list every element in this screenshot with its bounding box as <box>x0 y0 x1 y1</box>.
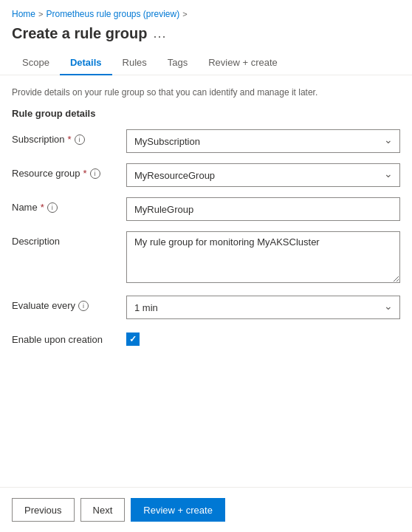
enable-creation-label: Enable upon creation <box>12 330 126 345</box>
name-label: Name * i <box>12 197 126 213</box>
resource-group-label: Resource group * i <box>12 163 126 179</box>
footer: Previous Next Review + create <box>0 487 412 532</box>
subscription-row: Subscription * i MySubscription <box>12 129 400 153</box>
subscription-select[interactable]: MySubscription <box>126 129 400 153</box>
name-info-icon[interactable]: i <box>47 202 58 213</box>
page-title-row: Create a rule group ... <box>0 22 412 51</box>
section-title: Rule group details <box>12 108 400 119</box>
name-input[interactable] <box>126 197 400 221</box>
breadcrumb-sep1: > <box>38 10 43 18</box>
evaluate-every-select-wrapper: 1 min5 min10 min15 min30 min1 hour <box>126 296 400 319</box>
tab-tags[interactable]: Tags <box>157 51 198 75</box>
tab-review-create[interactable]: Review + create <box>198 51 288 75</box>
breadcrumb-home[interactable]: Home <box>12 9 35 19</box>
subscription-control: MySubscription <box>126 129 400 153</box>
subscription-required: * <box>68 134 72 145</box>
description-textarea[interactable]: My rule group for monitoring MyAKSCluste… <box>126 231 400 283</box>
evaluate-every-row: Evaluate every i 1 min5 min10 min15 min3… <box>12 296 400 319</box>
resource-group-select-wrapper: MyResourceGroup <box>126 163 400 187</box>
subscription-info-icon[interactable]: i <box>75 134 85 145</box>
resource-group-control: MyResourceGroup <box>126 163 400 187</box>
evaluate-every-control: 1 min5 min10 min15 min30 min1 hour <box>126 296 400 319</box>
tab-details[interactable]: Details <box>60 51 112 75</box>
tab-rules[interactable]: Rules <box>112 51 157 75</box>
subscription-label: Subscription * i <box>12 129 126 145</box>
next-button[interactable]: Next <box>80 498 126 522</box>
resource-group-info-icon[interactable]: i <box>90 168 100 179</box>
tab-scope[interactable]: Scope <box>12 51 60 75</box>
subscription-select-wrapper: MySubscription <box>126 129 400 153</box>
main-content: Provide details on your rule group so th… <box>0 75 412 368</box>
name-row: Name * i <box>12 197 400 221</box>
page-title: Create a rule group <box>12 25 147 42</box>
description-row: Description My rule group for monitoring… <box>12 231 400 285</box>
description-control: My rule group for monitoring MyAKSCluste… <box>126 231 400 285</box>
review-create-button[interactable]: Review + create <box>131 498 225 522</box>
breadcrumb-sep2: > <box>182 10 187 18</box>
description-label: Description <box>12 231 126 247</box>
name-required: * <box>41 202 44 213</box>
info-text: Provide details on your rule group so th… <box>12 87 400 98</box>
breadcrumb-parent[interactable]: Prometheus rule groups (preview) <box>46 9 179 19</box>
evaluate-every-info-icon[interactable]: i <box>78 301 89 311</box>
evaluate-every-label: Evaluate every i <box>12 296 126 311</box>
more-options-icon[interactable]: ... <box>153 26 166 41</box>
evaluate-every-select[interactable]: 1 min5 min10 min15 min30 min1 hour <box>126 296 400 319</box>
enable-creation-checkbox-wrapper <box>126 330 400 346</box>
enable-creation-control <box>126 330 400 346</box>
resource-group-select[interactable]: MyResourceGroup <box>126 163 400 187</box>
breadcrumb: Home > Prometheus rule groups (preview) … <box>0 0 412 22</box>
enable-creation-checkbox[interactable] <box>126 332 140 346</box>
resource-group-row: Resource group * i MyResourceGroup <box>12 163 400 187</box>
enable-creation-row: Enable upon creation <box>12 330 400 346</box>
previous-button[interactable]: Previous <box>12 498 75 522</box>
name-control <box>126 197 400 221</box>
tabs-bar: Scope Details Rules Tags Review + create <box>0 51 412 75</box>
resource-group-required: * <box>83 168 87 179</box>
